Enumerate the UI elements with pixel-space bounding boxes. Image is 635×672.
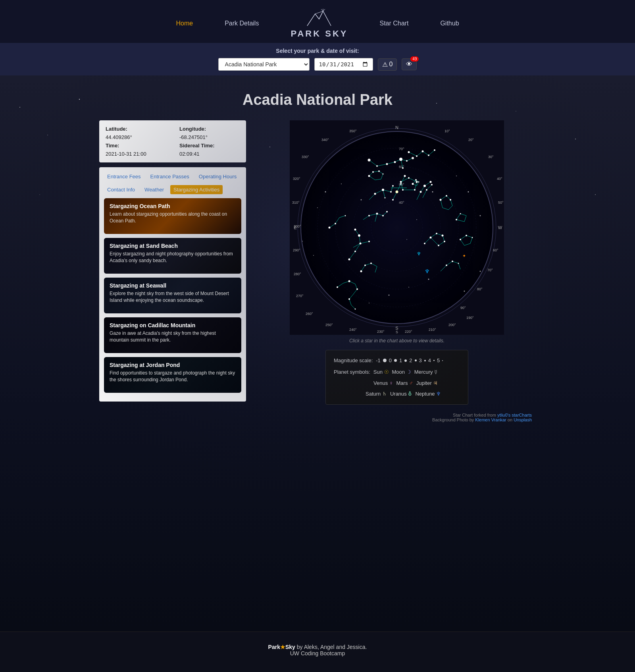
navigation: Home Park Details PARK SKY Star Chart Gi… bbox=[0, 4, 635, 43]
nav-star-chart[interactable]: Star Chart bbox=[379, 20, 408, 27]
svg-point-163 bbox=[317, 207, 318, 208]
svg-text:80°: 80° bbox=[477, 287, 483, 291]
activity-card-4[interactable]: Stargazing at Jordan Pond Find opportuni… bbox=[104, 357, 241, 393]
svg-text:220°: 220° bbox=[405, 330, 412, 334]
svg-text:N: N bbox=[395, 125, 398, 130]
sidereal-value: 02:09:41 bbox=[179, 151, 240, 157]
svg-text:40°: 40° bbox=[497, 177, 502, 181]
logo-text: PARK SKY bbox=[291, 29, 348, 39]
svg-text:330°: 330° bbox=[302, 155, 309, 159]
svg-point-158 bbox=[389, 295, 390, 296]
legend-box: Magnitude scale: -1 0 1 2 3 4 5 Planet s… bbox=[325, 350, 468, 405]
svg-point-81 bbox=[376, 165, 378, 167]
svg-point-18 bbox=[595, 194, 596, 195]
alert-count: 0 bbox=[389, 61, 393, 68]
tab-weather[interactable]: Weather bbox=[141, 185, 167, 194]
svg-point-98 bbox=[385, 197, 386, 199]
svg-point-167 bbox=[361, 199, 362, 201]
tab-contact-info[interactable]: Contact Info bbox=[104, 185, 138, 194]
header: Home Park Details PARK SKY Star Chart Gi… bbox=[0, 0, 635, 75]
tab-operating-hours[interactable]: Operating Hours bbox=[196, 172, 240, 181]
star-chart-container[interactable]: N S E W 10° 20° 30° 40° 50° 60° 70° 80° … bbox=[290, 120, 504, 335]
unsplash-link[interactable]: Unsplash bbox=[514, 417, 532, 422]
svg-point-130 bbox=[440, 199, 442, 201]
svg-text:70°: 70° bbox=[399, 147, 404, 151]
svg-point-118 bbox=[424, 243, 425, 244]
svg-point-87 bbox=[402, 167, 404, 169]
park-select[interactable]: Acadia National Park bbox=[218, 58, 310, 71]
svg-point-135 bbox=[370, 263, 372, 264]
content-row: Latitude: Longitude: 44.409286° -68.2475… bbox=[99, 120, 536, 405]
svg-point-86 bbox=[434, 149, 435, 151]
svg-point-157 bbox=[408, 287, 409, 288]
activity-card-0[interactable]: Stargazing Ocean Path Learn about starga… bbox=[104, 198, 241, 234]
eye-button[interactable]: 👁 49 bbox=[402, 58, 417, 70]
svg-point-155 bbox=[456, 176, 457, 176]
nav-home[interactable]: Home bbox=[176, 20, 193, 27]
tab-entrance-fees[interactable]: Entrance Fees bbox=[104, 172, 144, 181]
tab-entrance-passes[interactable]: Entrance Passes bbox=[147, 172, 192, 181]
svg-point-94 bbox=[374, 193, 376, 195]
svg-point-114 bbox=[436, 233, 437, 234]
svg-point-103 bbox=[402, 189, 404, 191]
nav-park-details[interactable]: Park Details bbox=[225, 20, 259, 27]
svg-point-17 bbox=[39, 194, 40, 195]
info-grid: Latitude: Longitude: 44.409286° -68.2475… bbox=[106, 126, 240, 157]
svg-point-93 bbox=[354, 251, 356, 252]
svg-text:300°: 300° bbox=[294, 224, 301, 228]
svg-point-80 bbox=[406, 160, 408, 162]
svg-point-161 bbox=[313, 255, 314, 256]
activity-card-3[interactable]: Stargazing on Cadillac Mountain Gaze in … bbox=[104, 317, 241, 353]
svg-point-147 bbox=[348, 298, 350, 300]
svg-point-90 bbox=[360, 243, 362, 245]
activity-card-1[interactable]: Stargazing at Sand Beach Enjoy stargazin… bbox=[104, 238, 241, 274]
star-chart-credit: Star Chart forked from ytliu0's starChar… bbox=[99, 413, 532, 417]
chart-click-hint: Click a star in the chart above to view … bbox=[349, 338, 444, 344]
svg-text:200°: 200° bbox=[448, 323, 456, 327]
activity-card-2[interactable]: Stargazing at Seawall Explore the night … bbox=[104, 278, 241, 313]
svg-point-159 bbox=[369, 303, 369, 303]
nav-github[interactable]: Github bbox=[440, 20, 459, 27]
svg-text:40°: 40° bbox=[399, 201, 404, 205]
svg-point-151 bbox=[458, 263, 459, 264]
svg-point-162 bbox=[480, 215, 481, 216]
planet-uranus: ♆ bbox=[425, 268, 430, 274]
footer-line2: UW Coding Bootcamp bbox=[0, 650, 635, 657]
svg-text:320°: 320° bbox=[293, 177, 300, 181]
svg-point-132 bbox=[450, 199, 451, 201]
star-chart-svg[interactable]: N S E W 10° 20° 30° 40° 50° 60° 70° 80° … bbox=[290, 120, 504, 335]
footer-credits: Star Chart forked from ytliu0's starChar… bbox=[99, 413, 536, 422]
svg-text:70°: 70° bbox=[487, 268, 493, 272]
sidereal-label: Sidereal Time: bbox=[179, 143, 240, 149]
svg-text:90°: 90° bbox=[460, 306, 466, 310]
time-value: 2021-10-31 21:00 bbox=[106, 151, 171, 157]
svg-point-137 bbox=[466, 235, 467, 236]
svg-text:290°: 290° bbox=[293, 248, 300, 252]
alert-button[interactable]: ⚠ 0 0 bbox=[378, 58, 397, 71]
svg-point-139 bbox=[456, 219, 457, 220]
svg-text:280°: 280° bbox=[294, 272, 301, 276]
svg-point-122 bbox=[404, 175, 406, 177]
svg-point-124 bbox=[415, 179, 417, 181]
svg-point-141 bbox=[329, 227, 331, 229]
svg-point-149 bbox=[446, 265, 447, 266]
svg-point-164 bbox=[464, 291, 465, 292]
svg-point-91 bbox=[368, 241, 370, 242]
svg-point-113 bbox=[430, 237, 432, 239]
tab-stargazing-activities[interactable]: Stargazing Activities bbox=[170, 185, 223, 194]
svg-point-106 bbox=[382, 215, 384, 216]
date-input[interactable] bbox=[314, 58, 373, 71]
tab-row-1: Entrance Fees Entrance Passes Operating … bbox=[104, 172, 241, 181]
svg-point-96 bbox=[390, 191, 392, 193]
svg-point-12 bbox=[516, 111, 516, 111]
footer-line1: Park★Sky by Aleks, Angel and Jessica. bbox=[0, 644, 635, 650]
svg-text:30°: 30° bbox=[488, 155, 494, 159]
svg-point-150 bbox=[452, 261, 453, 262]
ytliu-link[interactable]: ytliu0's starCharts bbox=[497, 413, 532, 417]
svg-point-76 bbox=[399, 158, 402, 161]
activity-desc-4: Find opportunities to stargaze and photo… bbox=[110, 370, 236, 383]
svg-text:210°: 210° bbox=[429, 328, 436, 332]
svg-point-97 bbox=[392, 185, 394, 187]
svg-point-7 bbox=[79, 99, 80, 100]
klemen-link[interactable]: Klemen Vrankar bbox=[475, 417, 506, 422]
